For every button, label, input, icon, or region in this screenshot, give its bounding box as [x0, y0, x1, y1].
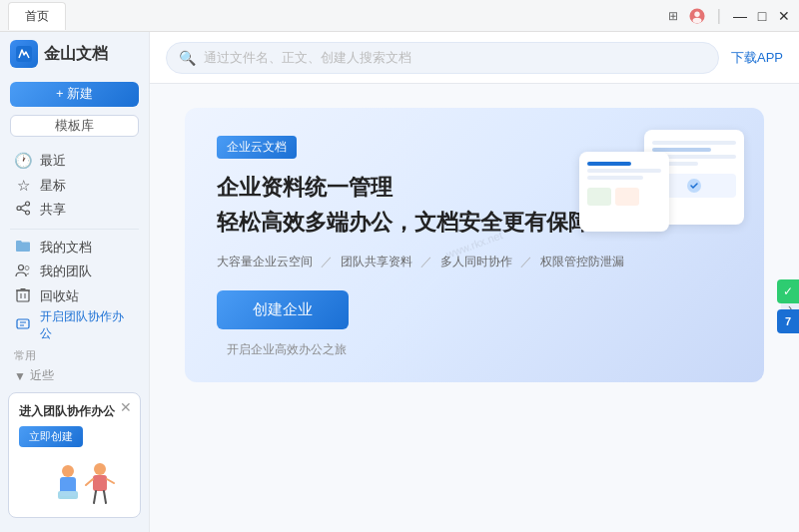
logo-icon: [10, 40, 38, 68]
sep-3: ／: [520, 254, 532, 270]
svg-point-2: [692, 17, 701, 22]
search-placeholder: 通过文件名、正文、创建人搜索文档: [204, 49, 411, 67]
promo-illustration: [579, 122, 744, 262]
app-container: 金山文档 + 新建 模板库 🕐 最近 ☆ 星标: [0, 32, 799, 532]
search-icon: 🔍: [179, 50, 196, 66]
right-float-panel: ✓ 7: [777, 279, 799, 333]
svg-point-4: [25, 202, 29, 206]
create-now-button[interactable]: 立即创建: [19, 426, 83, 447]
template-button[interactable]: 模板库: [10, 115, 139, 137]
svg-rect-11: [17, 290, 29, 301]
feature-2: 团队共享资料: [341, 254, 412, 270]
svg-rect-24: [93, 475, 107, 491]
feature-1: 大容量企业云空间: [217, 254, 313, 270]
sidebar-item-shared[interactable]: 共享: [0, 198, 149, 223]
sep-1: ／: [321, 254, 333, 270]
svg-point-1: [694, 11, 699, 16]
maximize-button[interactable]: □: [755, 9, 769, 23]
float-check-button[interactable]: ✓: [777, 279, 799, 303]
sidebar-divider: [10, 229, 139, 230]
download-app-button[interactable]: 下载APP: [731, 49, 783, 67]
main-toolbar: 🔍 通过文件名、正文、创建人搜索文档 下载APP: [150, 32, 799, 84]
titlebar: 首页 ⊞ | — □ ✕: [0, 0, 799, 32]
popup-close-button[interactable]: ✕: [120, 399, 132, 415]
sidebar-item-trash[interactable]: 回收站: [0, 283, 149, 308]
sep-2: ／: [420, 254, 432, 270]
main-area: 🔍 通过文件名、正文、创建人搜索文档 下载APP: [150, 32, 799, 532]
team-popup: ✕ 进入团队协作办公 立即创建: [8, 392, 141, 518]
svg-line-8: [20, 210, 25, 213]
feature-3: 多人同时协作: [440, 254, 512, 270]
doc-card-front: [579, 152, 669, 232]
trash-icon: [14, 287, 32, 305]
search-bar[interactable]: 🔍 通过文件名、正文、创建人搜索文档: [166, 42, 719, 74]
svg-line-27: [94, 491, 96, 503]
create-enterprise-button[interactable]: 创建企业: [217, 290, 349, 329]
section-common: 常用: [0, 342, 149, 365]
share-icon: [14, 201, 32, 219]
svg-point-23: [94, 463, 106, 475]
sidebar: 金山文档 + 新建 模板库 🕐 最近 ☆ 星标: [0, 32, 150, 532]
sidebar-item-my-team[interactable]: 我的团队: [0, 260, 149, 284]
svg-point-19: [62, 465, 74, 477]
titlebar-icons: ⊞ | — □ ✕: [665, 7, 791, 25]
svg-rect-22: [60, 491, 76, 496]
promo-card: 企业云文档 企业资料统一管理 轻松高效多端办公，文档安全更有保障 大容量企业云空…: [185, 108, 764, 382]
star-icon: ☆: [14, 177, 32, 195]
new-button[interactable]: + 新建: [10, 82, 139, 107]
team-icon: [14, 264, 32, 280]
minimize-button[interactable]: —: [733, 9, 747, 23]
home-tab[interactable]: 首页: [8, 2, 66, 30]
svg-line-7: [20, 205, 25, 208]
svg-point-6: [25, 211, 29, 215]
svg-point-10: [25, 266, 29, 269]
logo-text: 金山文档: [44, 44, 108, 65]
svg-line-26: [107, 479, 114, 483]
svg-line-25: [86, 479, 93, 485]
sidebar-item-starred[interactable]: ☆ 星标: [0, 173, 149, 198]
popup-illustration: [19, 457, 130, 507]
svg-line-28: [104, 491, 106, 503]
sidebar-item-open-team[interactable]: 开启团队协作办公: [0, 308, 149, 342]
svg-point-9: [19, 265, 24, 269]
titlebar-left: 首页: [8, 2, 66, 30]
folder-icon: [14, 239, 32, 256]
float-num-button[interactable]: 7: [777, 309, 799, 333]
popup-title: 进入团队协作办公: [19, 403, 130, 420]
chevron-down-icon: ▼: [14, 369, 26, 383]
avatar-icon[interactable]: [689, 8, 705, 24]
svg-point-5: [17, 207, 21, 211]
sidebar-item-my-docs[interactable]: 我的文档: [0, 235, 149, 260]
grid-icon[interactable]: ⊞: [665, 8, 681, 24]
svg-rect-16: [17, 319, 29, 328]
content-area: 企业云文档 企业资料统一管理 轻松高效多端办公，文档安全更有保障 大容量企业云空…: [150, 84, 799, 532]
sidebar-item-recent[interactable]: 🕐 最近: [0, 149, 149, 174]
team-collab-icon: [14, 317, 32, 334]
clock-icon: 🕐: [14, 152, 32, 170]
close-button[interactable]: ✕: [777, 9, 791, 23]
section-recent-toggle[interactable]: ▼ 近些: [0, 365, 149, 386]
promo-badge: 企业云文档: [217, 136, 297, 159]
promo-sub-link[interactable]: 开启企业高效办公之旅: [227, 341, 347, 358]
